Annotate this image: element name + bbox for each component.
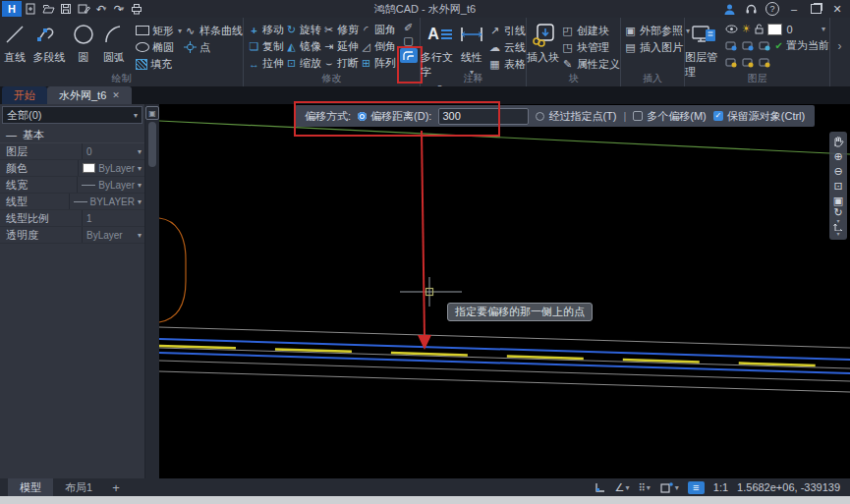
layer-tool-icon[interactable]	[742, 57, 755, 68]
spline-tool[interactable]: ∿样条曲线	[184, 23, 243, 38]
extend-tool[interactable]: ⇥延伸	[322, 38, 360, 55]
support-button[interactable]	[742, 1, 760, 17]
offset-distance-input[interactable]	[438, 108, 529, 125]
maximize-button[interactable]	[807, 1, 824, 17]
ribbon-expand-chevron-icon[interactable]: ›	[838, 39, 842, 53]
line-tool[interactable]: 直线	[0, 20, 29, 65]
zoom-window-button[interactable]: ⊡	[830, 179, 846, 193]
zoom-in-button[interactable]: ⊕	[830, 149, 846, 163]
user-account-button[interactable]	[720, 1, 738, 17]
help-button[interactable]: ?	[764, 1, 781, 17]
linear-dim-tool[interactable]: 线性 ▾	[459, 20, 484, 77]
insert-block-tool[interactable]: 插入块	[527, 20, 559, 65]
revcloud-tool[interactable]: ☁云线	[488, 39, 526, 55]
linetype-scale-value[interactable]: 1	[83, 213, 144, 224]
tab-start[interactable]: 开始	[2, 86, 47, 104]
redo-button[interactable]: ↷▾	[110, 1, 128, 17]
color-value-dropdown[interactable]: ByLayer▾	[79, 163, 144, 174]
transparency-value-dropdown[interactable]: ByLayer▾	[83, 230, 144, 241]
ucs-button[interactable]: ▾	[830, 223, 846, 237]
polyline-tool[interactable]: 多段线	[29, 20, 68, 65]
snap-grid-button[interactable]: ⠿▾	[638, 482, 650, 493]
minimize-button[interactable]: –	[785, 1, 803, 17]
section-header-basic[interactable]: — 基本	[0, 127, 144, 143]
layer-tool-icon[interactable]	[759, 57, 771, 68]
layer-tool-icon[interactable]	[725, 40, 738, 51]
linetype-value-dropdown[interactable]: BYLAYER▾	[70, 196, 144, 207]
app-logo[interactable]: H	[2, 1, 22, 17]
chevron-down-icon[interactable]: ▾	[178, 27, 182, 35]
view-scale[interactable]: 1:1	[713, 481, 728, 493]
set-current-layer-tool[interactable]: ✔置为当前	[775, 38, 829, 54]
undo-button[interactable]: ↶▾	[92, 1, 110, 17]
layer-freeze-sun-icon[interactable]: ☀	[742, 23, 752, 35]
arc-tool[interactable]: 圆弧	[98, 20, 130, 65]
erase-tool[interactable]: ✐	[402, 22, 415, 34]
application-window: H ↶▾ ↷▾ 鸿鹄CAD - 水外网_t6 ? –	[0, 0, 850, 504]
new-file-button[interactable]	[22, 1, 39, 17]
array-tool[interactable]: ⊞阵列	[360, 55, 397, 72]
drawing-canvas[interactable]: 偏移方式: 偏移距离(D): 经过指定点(T) | 多个偏移(M) ✓ 保留源对…	[159, 104, 850, 478]
layer-unlock-icon[interactable]	[755, 24, 764, 34]
layout1-tab[interactable]: 布局1	[53, 478, 104, 496]
table-tool[interactable]: ▦表格	[488, 56, 526, 72]
print-button[interactable]	[128, 1, 145, 17]
rectangle-tool[interactable]: 矩形	[136, 23, 174, 38]
tab-document-active[interactable]: 水外网_t6 ✕	[47, 86, 132, 104]
scale-tool[interactable]: ⊡缩放	[285, 55, 322, 72]
layer-tool-icon[interactable]	[725, 57, 738, 68]
save-button[interactable]	[57, 1, 75, 17]
open-file-button[interactable]	[39, 1, 57, 17]
break-tool[interactable]: ⌣打断	[322, 55, 360, 72]
add-layout-button[interactable]: +	[104, 480, 128, 495]
zoom-out-button[interactable]: ⊖	[830, 164, 846, 178]
offset-tool-active[interactable]	[400, 48, 418, 63]
attribute-define-tool[interactable]: ✎属性定义	[561, 56, 620, 72]
through-point-radio[interactable]: 经过指定点(T)	[536, 109, 616, 124]
stretch-tool[interactable]: ↔拉伸	[248, 55, 285, 72]
create-block-tool[interactable]: ◰创建块	[561, 23, 620, 38]
move-tool[interactable]: +移动	[248, 22, 285, 38]
layer-visibility-eye-icon[interactable]	[725, 25, 738, 33]
quick-select-button[interactable]: ▣	[145, 106, 159, 120]
offset-distance-radio[interactable]: 偏移距离(D):	[358, 109, 431, 124]
layer-manager-tool[interactable]: 图层管理	[685, 20, 725, 80]
ellipse-tool[interactable]: 椭圆	[136, 39, 174, 55]
lineweight-value-dropdown[interactable]: ByLayer▾	[78, 180, 144, 191]
layer-tool-icon[interactable]	[742, 40, 755, 51]
selection-filter-dropdown[interactable]: 全部(0) ▾	[2, 106, 142, 124]
chevron-down-icon[interactable]: ▾	[822, 25, 825, 33]
hatch-tool[interactable]: 填充	[136, 56, 174, 72]
rotate-tool[interactable]: ↻旋转	[285, 22, 322, 38]
close-button[interactable]: ✕	[828, 1, 846, 17]
xref-tool[interactable]: ▣外部参照▾	[624, 23, 690, 38]
mirror-tool[interactable]: ◭镜像	[285, 38, 322, 55]
ortho-mode-button[interactable]	[594, 481, 606, 493]
save-as-button[interactable]	[75, 1, 92, 17]
leader-tool[interactable]: ↗引线	[488, 23, 526, 38]
copy-tool[interactable]: ❏复制	[248, 38, 285, 55]
scrollbar-thumb[interactable]	[148, 122, 156, 167]
polar-tracking-button[interactable]: ∠▾	[615, 481, 630, 494]
insert-image-tool[interactable]: ▤插入图片	[624, 39, 690, 55]
object-snap-button[interactable]: ▾	[659, 481, 679, 494]
point-tool[interactable]: 点	[184, 39, 243, 55]
keep-source-checkbox[interactable]: ✓ 保留源对象(Ctrl)	[713, 109, 805, 124]
orbit-button[interactable]: ↻▾	[830, 208, 846, 222]
zoom-extents-button[interactable]: ▣	[830, 194, 846, 207]
multiple-offset-checkbox[interactable]: 多个偏移(M)	[633, 109, 707, 124]
region-tool[interactable]: ▢	[402, 34, 415, 47]
chamfer-tool[interactable]: ◿倒角	[360, 38, 397, 55]
trim-tool[interactable]: ✂修剪	[322, 22, 360, 38]
pan-button[interactable]	[830, 135, 846, 148]
orbit-icon: ↻	[833, 207, 842, 218]
close-tab-icon[interactable]: ✕	[112, 90, 120, 100]
lineweight-display-button[interactable]: ≡	[688, 481, 705, 494]
layer-color-swatch[interactable]	[767, 24, 782, 35]
circle-tool[interactable]: 圆	[69, 20, 98, 65]
layer-tool-icon[interactable]	[759, 40, 771, 51]
model-tab[interactable]: 模型	[8, 478, 53, 496]
block-manager-tool[interactable]: ◳块管理	[561, 39, 620, 55]
fillet-tool[interactable]: ◜圆角	[360, 22, 397, 38]
layer-value-dropdown[interactable]: 0▾	[83, 146, 144, 157]
